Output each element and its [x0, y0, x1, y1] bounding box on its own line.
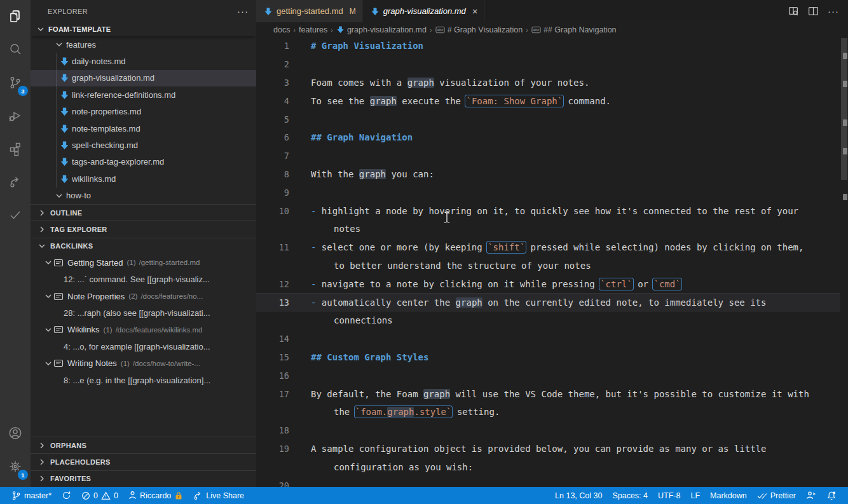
line-number[interactable]: 9 [256, 187, 289, 198]
editor-line[interactable]: 13- automatically center the graph on th… [256, 293, 840, 311]
file-graph-visualization.md[interactable]: graph-visualization.md [31, 70, 256, 86]
editor-line[interactable]: 1# Graph Visualization [256, 37, 840, 55]
breadcrumb-features[interactable]: features [299, 25, 327, 34]
line-number[interactable]: 7 [256, 151, 289, 161]
editor-line[interactable]: to better understand the structure of yo… [256, 257, 840, 275]
editor-line[interactable]: the `foam.graph.style` setting. [256, 403, 840, 421]
section-placeholders[interactable]: PLACEHOLDERS [31, 453, 256, 470]
breadcrumb-heading1[interactable]: abc # Graph Visualization [435, 25, 523, 34]
line-number[interactable]: 19 [256, 444, 289, 454]
file-link-reference-definitions.md[interactable]: link-reference-definitions.md [31, 86, 256, 103]
folder-features[interactable]: features [31, 36, 256, 53]
editor-line[interactable]: 8With the graph you can: [256, 165, 840, 184]
editor-line[interactable]: 6## Graph Navigation [256, 128, 840, 147]
backlink-snippet[interactable]: 12: ...` command. See [[graph-visualiz..… [31, 271, 256, 287]
breadcrumb-file[interactable]: graph-visualization.md [336, 25, 427, 34]
file-daily-notes.md[interactable]: daily-notes.md [31, 53, 256, 69]
activity-source-control-button[interactable]: 3 [0, 66, 31, 99]
backlink-snippet[interactable]: 4: ...o, for example [[graph-visualizati… [31, 338, 256, 355]
editor-line[interactable]: notes [256, 220, 840, 238]
indentation-status[interactable]: Spaces: 4 [607, 487, 653, 504]
line-number[interactable]: 13 [256, 297, 289, 308]
line-number[interactable]: 8 [256, 169, 289, 179]
backlink-item-3[interactable]: Writing Notes(1)/docs/how-to/write-... [31, 355, 256, 371]
line-number[interactable]: 4 [256, 96, 289, 106]
feedback-status[interactable] [801, 487, 821, 504]
backlink-item-2[interactable]: Wikilinks(1)/docs/features/wikilinks.md [31, 322, 256, 338]
line-number[interactable]: 16 [256, 371, 289, 381]
editor-content[interactable]: 1# Graph Visualization23Foam comes with … [256, 37, 840, 487]
git-branch-status[interactable]: master* [6, 487, 57, 504]
line-number[interactable]: 18 [256, 425, 289, 435]
live-share-status[interactable]: Live Share [188, 487, 249, 504]
editor-line[interactable]: configuration as you wish: [256, 458, 840, 476]
line-number[interactable]: 14 [256, 334, 289, 344]
notifications-status[interactable] [821, 487, 842, 504]
folder-how-to[interactable]: how-to [31, 187, 256, 204]
line-number[interactable]: 6 [256, 132, 289, 142]
editor-line[interactable]: 12- navigate to a note by clicking on it… [256, 275, 840, 293]
editor-line[interactable]: 14 [256, 330, 840, 348]
problems-status[interactable]: 0 0 [76, 487, 123, 504]
file-note-templates.md[interactable]: note-templates.md [31, 120, 256, 137]
backlink-snippet[interactable]: 28: ...raph (also see [[graph-visualizat… [31, 304, 256, 321]
editor-line[interactable]: 18 [256, 421, 840, 440]
section-outline[interactable]: OUTLINE [31, 204, 256, 221]
account-button[interactable] [0, 417, 31, 450]
backlink-item-1[interactable]: Note Properties(2)/docs/features/no... [31, 288, 256, 304]
file-wikilinks.md[interactable]: wikilinks.md [31, 170, 256, 187]
editor-scrollbar[interactable] [840, 37, 848, 487]
settings-button[interactable]: 1 [0, 450, 31, 483]
section-backlinks[interactable]: BACKLINKS [31, 238, 256, 254]
tab-getting-started[interactable]: getting-started.md M [256, 0, 363, 22]
editor-line[interactable]: 20 [256, 476, 840, 487]
editor-line[interactable]: 11- select one or more (by keeping `shif… [256, 238, 840, 257]
line-number[interactable]: 10 [256, 206, 289, 216]
backlink-snippet[interactable]: 8: ...e (e.g. in the [[graph-visualizati… [31, 372, 256, 388]
workspace-section-header[interactable]: FOAM-TEMPLATE [31, 22, 256, 36]
line-number[interactable]: 2 [256, 59, 289, 69]
activity-search-button[interactable] [0, 33, 31, 66]
line-number[interactable]: 17 [256, 389, 289, 399]
more-actions-icon[interactable]: ··· [828, 6, 839, 17]
language-mode-status[interactable]: Markdown [705, 487, 752, 504]
line-number[interactable]: 11 [256, 242, 289, 252]
formatter-status[interactable]: Prettier [752, 487, 801, 504]
editor-line[interactable]: 19A sample configuration object is provi… [256, 440, 840, 458]
file-tags-and-tag-explorer.md[interactable]: tags-and-tag-explorer.md [31, 154, 256, 170]
activity-checks-button[interactable] [0, 198, 31, 231]
editor-line[interactable]: 7 [256, 147, 840, 165]
encoding-status[interactable]: UTF-8 [653, 487, 685, 504]
open-preview-icon[interactable] [788, 6, 799, 17]
cursor-position-status[interactable]: Ln 13, Col 30 [550, 487, 607, 504]
scrollbar-thumb[interactable] [841, 38, 847, 180]
section-tag-explorer[interactable]: TAG EXPLORER [31, 221, 256, 237]
file-spell-checking.md[interactable]: spell-checking.md [31, 137, 256, 153]
editor-line[interactable]: 15## Custom Graph Styles [256, 348, 840, 367]
account-status[interactable]: Riccardo [123, 487, 188, 504]
breadcrumb-docs[interactable]: docs [273, 25, 290, 34]
activity-live-share-button[interactable] [0, 165, 31, 198]
editor-line[interactable]: 4To see the graph execute the `Foam: Sho… [256, 92, 840, 110]
section-favorites[interactable]: FAVORITES [31, 470, 256, 487]
line-number[interactable]: 1 [256, 41, 289, 51]
sync-status[interactable] [57, 487, 76, 504]
section-orphans[interactable]: ORPHANS [31, 437, 256, 453]
editor-line[interactable]: connections [256, 311, 840, 330]
backlink-item-0[interactable]: Getting Started(1)/getting-started.md [31, 254, 256, 271]
line-number[interactable]: 5 [256, 114, 289, 125]
line-number[interactable]: 3 [256, 78, 289, 88]
editor-line[interactable]: 17By default, the Foam graph will use th… [256, 385, 840, 403]
explorer-more-actions-icon[interactable]: ··· [237, 6, 249, 17]
editor-line[interactable]: 2 [256, 55, 840, 74]
line-number[interactable]: 12 [256, 279, 289, 289]
split-editor-icon[interactable] [808, 6, 819, 17]
breadcrumb-heading2[interactable]: abc ## Graph Navigation [531, 25, 617, 34]
eol-status[interactable]: LF [685, 487, 705, 504]
editor-line[interactable]: 3Foam comes with a graph visualization o… [256, 74, 840, 92]
editor-line[interactable]: 5 [256, 110, 840, 128]
editor-line[interactable]: 9 [256, 183, 840, 201]
line-number[interactable]: 15 [256, 352, 289, 362]
file-note-properties.md[interactable]: note-properties.md [31, 104, 256, 120]
line-number[interactable]: 20 [256, 480, 289, 487]
